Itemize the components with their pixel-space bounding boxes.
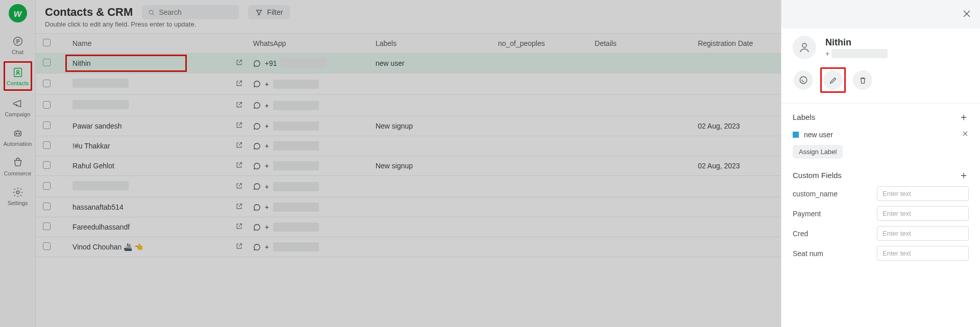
open-contact-button[interactable] <box>235 59 243 68</box>
col-whatsapp[interactable]: WhatsApp <box>246 34 369 54</box>
app-logo: w <box>9 4 27 22</box>
nav-item-contacts[interactable]: Contacts <box>4 61 32 91</box>
open-external-icon <box>235 80 243 87</box>
cell-name: Fareedulhassandf <box>72 223 130 231</box>
wa-prefix: + <box>265 102 269 110</box>
panel-whatsapp-button[interactable] <box>794 70 813 90</box>
custom-field-input[interactable] <box>877 226 969 241</box>
open-contact-button[interactable] <box>235 182 243 191</box>
filter-button[interactable]: Filter <box>248 5 290 19</box>
row-checkbox[interactable] <box>43 161 51 169</box>
open-contact-button[interactable] <box>235 101 243 110</box>
nav-label-campaign: Campaign <box>5 111 30 117</box>
assign-label-button[interactable]: Assign Label <box>793 145 843 159</box>
nav-item-settings[interactable]: Settings <box>4 183 32 209</box>
cell-labels: New signup <box>376 122 413 130</box>
svg-point-2 <box>16 70 19 73</box>
open-external-icon <box>235 141 243 149</box>
add-label-button[interactable]: ＋ <box>959 112 969 122</box>
open-external-icon <box>235 101 243 109</box>
col-no-of-peoples[interactable]: no_of_peoples <box>491 34 587 54</box>
trash-icon <box>859 76 867 85</box>
wa-prefix: +91 <box>265 59 277 67</box>
row-checkbox[interactable] <box>43 182 51 190</box>
chat-icon <box>12 36 23 47</box>
remove-label-button[interactable] <box>962 130 969 139</box>
open-external-icon <box>235 222 243 230</box>
custom-field-row: Payment <box>793 206 969 221</box>
col-details[interactable]: Details <box>587 34 691 54</box>
wa-prefix: + <box>265 122 269 130</box>
table-row[interactable]: + <box>36 73 781 95</box>
custom-fields-title: Custom Fields <box>793 171 842 180</box>
cell-name-redacted <box>72 181 129 190</box>
select-all-checkbox[interactable] <box>43 39 51 46</box>
cell-labels: New signup <box>376 162 413 170</box>
close-panel-button[interactable] <box>962 9 972 20</box>
contact-phone: + <box>825 49 888 58</box>
delete-contact-button[interactable] <box>853 70 872 90</box>
table-row[interactable]: + <box>36 176 781 197</box>
open-contact-button[interactable] <box>235 80 243 89</box>
page-subhead: Double click to edit any field. Press en… <box>36 20 781 33</box>
add-custom-field-button[interactable]: ＋ <box>959 170 969 180</box>
cell-whatsapp: + <box>253 222 361 232</box>
table-row[interactable]: Nithin+91new user <box>36 54 781 73</box>
wa-prefix: + <box>265 203 269 211</box>
svg-point-8 <box>802 43 806 47</box>
table-row[interactable]: Fareedulhassandf+ <box>36 217 781 237</box>
nav-item-commerce[interactable]: Commerce <box>4 153 32 180</box>
table-row[interactable]: hassanaftab514+ <box>36 197 781 217</box>
nav-item-campaign[interactable]: Campaign <box>4 94 32 120</box>
table-row[interactable]: + <box>36 95 781 116</box>
row-checkbox[interactable] <box>43 141 51 149</box>
row-checkbox[interactable] <box>43 203 51 210</box>
open-contact-button[interactable] <box>235 222 243 232</box>
custom-field-input[interactable] <box>877 186 969 201</box>
whatsapp-icon <box>253 80 261 88</box>
open-contact-button[interactable] <box>235 161 243 170</box>
table-row[interactable]: Rahul Gehlot+New signup02 Aug, 2023 <box>36 156 781 176</box>
row-checkbox[interactable] <box>43 222 51 230</box>
col-name[interactable]: Name <box>65 34 246 54</box>
cell-name: Nithin <box>72 59 91 67</box>
custom-field-input[interactable] <box>877 206 969 221</box>
commerce-icon <box>12 157 23 168</box>
nav-label-automation: Automation <box>4 141 32 147</box>
panel-actions <box>794 67 969 93</box>
contact-detail-panel: Nithin + Labels ＋ <box>781 0 980 327</box>
table-row[interactable]: Pawar sandesh+New signup02 Aug, 2023 <box>36 116 781 136</box>
edit-button-highlight <box>820 67 846 93</box>
svg-point-5 <box>18 133 19 134</box>
cell-name: Pawar sandesh <box>72 122 122 130</box>
open-external-icon <box>235 182 243 190</box>
row-checkbox[interactable] <box>43 80 51 87</box>
left-nav: w Chat Contacts Campaign Automation Comm… <box>0 0 36 327</box>
row-checkbox[interactable] <box>43 101 51 109</box>
custom-field-input[interactable] <box>877 246 969 261</box>
col-registration-date[interactable]: Registration Date <box>691 34 781 54</box>
row-checkbox[interactable] <box>43 121 51 129</box>
cell-registration-date: 02 Aug, 2023 <box>698 122 740 130</box>
open-contact-button[interactable] <box>235 242 243 251</box>
wa-prefix: + <box>265 183 269 191</box>
settings-gear-icon <box>12 187 23 198</box>
avatar <box>793 36 816 59</box>
whatsapp-icon <box>253 122 261 130</box>
nav-item-chat[interactable]: Chat <box>4 32 32 58</box>
cell-name: !#u Thakkar <box>72 142 110 150</box>
col-labels[interactable]: Labels <box>369 34 491 54</box>
svg-point-6 <box>16 191 19 194</box>
search-box[interactable] <box>142 5 239 19</box>
table-row[interactable]: Vinod Chouhan 🚢 👈+ <box>36 237 781 257</box>
table-row[interactable]: !#u Thakkar+ <box>36 136 781 156</box>
row-checkbox[interactable] <box>43 242 51 250</box>
open-contact-button[interactable] <box>235 141 243 150</box>
nav-item-automation[interactable]: Automation <box>4 123 32 150</box>
row-checkbox[interactable] <box>43 59 51 66</box>
open-contact-button[interactable] <box>235 121 243 131</box>
edit-contact-button[interactable] <box>823 70 843 90</box>
open-contact-button[interactable] <box>235 203 243 212</box>
nav-label-commerce: Commerce <box>4 170 32 177</box>
search-input[interactable] <box>159 8 233 16</box>
